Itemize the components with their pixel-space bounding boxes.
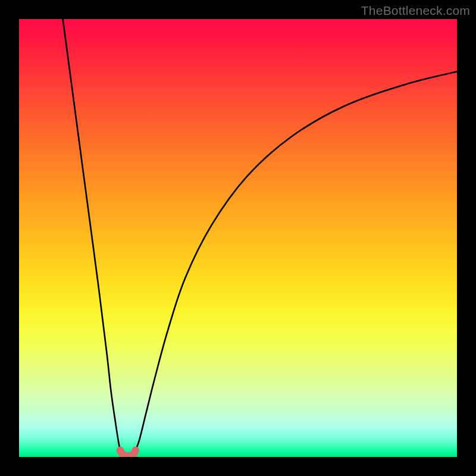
curve-svg [19, 19, 457, 457]
watermark-text: TheBottleneck.com [361, 4, 470, 18]
chart-frame: TheBottleneck.com [0, 0, 476, 476]
plot-area [19, 19, 457, 457]
curve-right [136, 71, 457, 450]
curve-left [63, 19, 120, 450]
valley-marker [131, 446, 139, 454]
